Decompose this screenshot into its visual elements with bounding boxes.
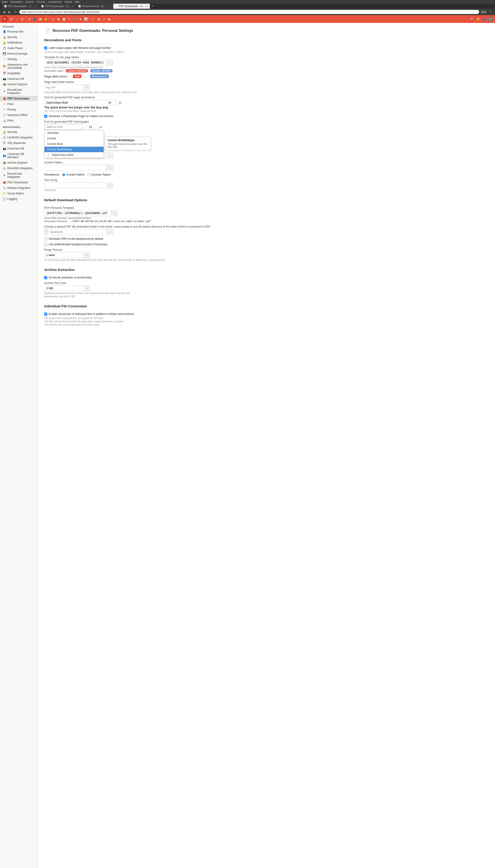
- toolbar-camera[interactable]: ◎: [50, 17, 55, 21]
- sidebar-item-archive-explorer[interactable]: 📦 Archive Explorer: [0, 82, 38, 87]
- sidebar-item-pdf-admin[interactable]: 📥 PDF Downloader: [0, 180, 38, 185]
- purge-input[interactable]: [45, 252, 84, 258]
- sidebar-item-personal-info[interactable]: 👤 Personal info: [0, 29, 38, 34]
- color-bg-badge[interactable]: Background: [90, 74, 109, 78]
- sidebar-item-ldap[interactable]: 🔗 LDAP/AD Integration: [0, 135, 38, 140]
- sidebar-item-notifications[interactable]: 🔔 Notifications: [0, 40, 38, 45]
- toolbar-radio[interactable]: ◉: [96, 17, 101, 21]
- font-option-dejavusans[interactable]: DejaVuSans-Bold: [45, 152, 104, 158]
- toolbar-menu[interactable]: ≡: [90, 17, 96, 21]
- width-input[interactable]: [45, 85, 84, 90]
- tab-3[interactable]: 📄 Protokollierung - Nextc... ✕: [76, 4, 113, 9]
- toolbar-home[interactable]: ⊞: [9, 17, 14, 21]
- new-tab-button[interactable]: +: [150, 4, 155, 9]
- toolbar-activity[interactable]: 🔔: [43, 17, 48, 21]
- back-button[interactable]: ◀: [2, 10, 6, 14]
- notifications-icon[interactable]: 🔔: [476, 17, 481, 21]
- toolbar-check[interactable]: ✓: [102, 17, 106, 21]
- sidebar-item-availability[interactable]: 📅 Availability: [0, 71, 38, 76]
- sidebar-item-archive-admin[interactable]: 📦 Archive Explorer: [0, 160, 38, 166]
- toolbar-play[interactable]: ▶: [107, 17, 112, 21]
- test-string-input[interactable]: [45, 183, 106, 188]
- destination-input[interactable]: [48, 229, 106, 235]
- toolbar-add[interactable]: ⊕: [20, 17, 25, 21]
- tab-4-close[interactable]: ✕: [146, 5, 148, 7]
- enable-conversion-checkbox[interactable]: [44, 313, 47, 316]
- sidebar-item-admin-security[interactable]: 🔒 Security: [0, 129, 38, 135]
- sidebar-item-redaxo[interactable]: 🔧 Redaxo Integration: [0, 185, 38, 191]
- include-pattern-input[interactable]: [45, 165, 106, 171]
- sidebar-item-roundcube[interactable]: ✉ RoundCube Integration: [0, 87, 38, 96]
- sidebar-item-roundcube-admin[interactable]: ✉ RoundCube Integration: [0, 171, 38, 180]
- sidebar-item-flow[interactable]: ⚡ Flow: [0, 101, 38, 107]
- sidebar-item-nextcloud-office[interactable]: 📝 Nextcloud Office: [0, 112, 38, 118]
- size-limit-input[interactable]: [45, 286, 84, 291]
- include-arrow[interactable]: →: [106, 165, 113, 170]
- sidebar-item-dokuwiki[interactable]: 📖 DokuWiki Integration: [0, 166, 38, 171]
- menu-datei[interactable]: Datei: [2, 0, 8, 3]
- menu-hilfe[interactable]: Hilfe: [75, 0, 80, 3]
- address-bar[interactable]: [19, 10, 479, 14]
- sidebar-item-privacy[interactable]: 🛡 Privacy: [0, 107, 38, 112]
- toolbar-shapes[interactable]: ◆: [56, 17, 61, 21]
- sidebar-item-camerardb-members[interactable]: 👥 Camerara DB Members: [0, 151, 38, 160]
- color-text-badge[interactable]: Text: [73, 74, 82, 78]
- exclude-arrow[interactable]: →: [106, 153, 113, 158]
- font-option-courier-bold[interactable]: Courier-Bold: [45, 141, 104, 147]
- purge-arrow[interactable]: →: [84, 253, 90, 258]
- menu-bearbeiten[interactable]: Bearbeiten: [11, 0, 23, 3]
- sidebar-item-group-folders[interactable]: 📁 Group folders: [0, 191, 38, 196]
- label-checkbox[interactable]: [44, 47, 47, 50]
- auth-checkbox[interactable]: [44, 243, 47, 246]
- contacts-icon[interactable]: 👥: [482, 17, 487, 21]
- reload-button[interactable]: ↻: [13, 10, 18, 14]
- precedence-exclude-radio[interactable]: [87, 173, 90, 176]
- menu-extras[interactable]: Extras: [65, 0, 72, 3]
- tab-1-close[interactable]: ✕: [34, 5, 36, 7]
- template-arrow[interactable]: →: [106, 60, 113, 65]
- sidebar-item-sharing[interactable]: ↗ Sharing: [0, 56, 38, 62]
- toolbar-notes[interactable]: 📋: [62, 17, 66, 21]
- sidebar-item-external-storage[interactable]: 💾 External storage: [0, 51, 38, 56]
- toolbar-edit[interactable]: ✎: [67, 17, 72, 21]
- menu-lesezeichen[interactable]: Lesezeichen: [48, 0, 62, 3]
- sidebar-item-camerardb-admin[interactable]: 📷 Camerara DB: [0, 146, 38, 151]
- font-option-courier[interactable]: Courier: [45, 136, 104, 141]
- toolbar-star[interactable]: ★: [78, 17, 83, 21]
- width-arrow[interactable]: →: [84, 85, 90, 90]
- precedence-include-radio[interactable]: [62, 173, 65, 176]
- search-icon[interactable]: 🔍: [470, 17, 475, 21]
- placeholder-checkbox[interactable]: [44, 115, 47, 118]
- size-limit-arrow[interactable]: →: [84, 286, 90, 291]
- font-dropdown-input[interactable]: [44, 124, 83, 130]
- tab-3-close[interactable]: ✕: [109, 5, 110, 7]
- font-input[interactable]: [45, 100, 104, 105]
- menu-ansicht[interactable]: Ansicht: [25, 0, 34, 3]
- toolbar-files[interactable]: 📁: [38, 17, 43, 21]
- font-option-courier-bold-oblique[interactable]: Courier-BoldOblique: [45, 147, 104, 152]
- on-the-fly-checkbox[interactable]: [44, 276, 47, 279]
- toolbar-audio[interactable]: 🔊: [72, 17, 78, 21]
- menu-chronik[interactable]: Chronik: [36, 0, 45, 3]
- pdf-filename-input[interactable]: [45, 210, 111, 216]
- sidebar-item-security[interactable]: 🔒 Security: [0, 34, 38, 40]
- toolbar-chart[interactable]: 📊: [83, 17, 88, 21]
- sidebar-item-sql[interactable]: 🗄 SQL Backends: [0, 140, 38, 146]
- background-checkbox[interactable]: [44, 237, 47, 240]
- error-font-size-input[interactable]: [86, 124, 98, 130]
- toolbar-contacts[interactable]: 👤: [32, 17, 37, 21]
- forward-button[interactable]: ▶: [7, 10, 12, 14]
- template-input[interactable]: [45, 60, 106, 65]
- toolbar-arrow[interactable]: ↑: [14, 17, 19, 21]
- tab-2[interactable]: 📄 PDF-Downloader - Einst... ✕: [39, 4, 75, 9]
- font-option-alarabiya[interactable]: AlArabiya: [45, 130, 104, 136]
- toolbar-mail[interactable]: ✉: [27, 17, 32, 21]
- destination-arrow[interactable]: →: [106, 229, 113, 235]
- pdf-filename-arrow[interactable]: →: [111, 211, 117, 216]
- tab-1[interactable]: 📄 PDF-Downloader - Einst... ✕: [2, 4, 38, 9]
- sidebar-item-appearance[interactable]: 🎨 Appearance and accessibility: [0, 62, 38, 71]
- tab-2-close[interactable]: ✕: [71, 5, 73, 7]
- sidebar-item-camerardb[interactable]: 📷 Camerara DB: [0, 76, 38, 82]
- user-avatar[interactable]: CJ: [488, 16, 493, 22]
- test-string-arrow[interactable]: →: [106, 183, 113, 188]
